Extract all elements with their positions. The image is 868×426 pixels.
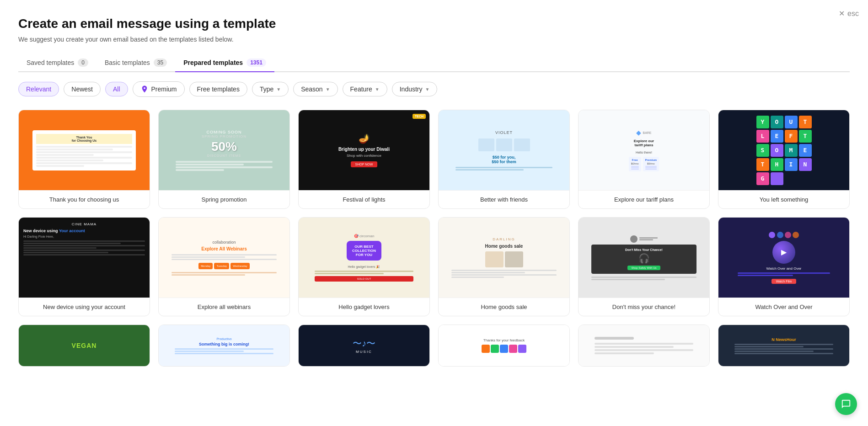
filter-relevant-label: Relevant	[26, 85, 51, 93]
tab-saved-label: Saved templates	[27, 59, 74, 66]
template-festival-label: Festival of lights	[299, 190, 429, 208]
template-tariff[interactable]: ◆ BARE Explore ourtariff plans Hello the…	[578, 110, 710, 209]
thumb-thank-you: Thank Youfor Choosing Us	[19, 110, 150, 190]
thumb-newshour: N NewsHour	[718, 325, 849, 366]
filter-free-label: Free templates	[197, 85, 240, 93]
template-music[interactable]: 〜♪〜 MUSIC	[298, 325, 430, 367]
template-new-device[interactable]: CINE MAMA New device using Your account …	[18, 217, 150, 316]
chevron-down-icon: ▼	[425, 87, 430, 92]
thumb-festival: TECH 🪔 Brighten up your Diwali Shop with…	[299, 110, 429, 190]
chevron-down-icon: ▼	[375, 87, 380, 92]
template-tariff-label: Explore our tariff plans	[579, 190, 709, 208]
page-container: ✕ esc Create an email message using a te…	[0, 0, 868, 376]
template-thank-you-label: Thank you for choosing us	[19, 190, 150, 208]
template-webinars-label: Explore all webinars	[159, 298, 289, 316]
thumb-dontmiss: Don't Miss Your Chance! 🎧 Shop Safely Wi…	[579, 218, 709, 298]
thumb-productivo: Productivo Something big is coming!	[159, 325, 289, 366]
template-new-device-label: New device using your account	[19, 298, 150, 316]
template-festival[interactable]: TECH 🪔 Brighten up your Diwali Shop with…	[298, 110, 430, 209]
thumb-colorful: Thanks for your feedback	[439, 325, 569, 366]
chat-icon	[841, 399, 851, 409]
svg-point-0	[144, 87, 145, 89]
tab-basic[interactable]: Basic templates 35	[96, 54, 175, 72]
template-dontmiss[interactable]: Don't Miss Your Chance! 🎧 Shop Safely Wi…	[578, 217, 710, 316]
templates-grid-row2: CINE MAMA New device using Your account …	[18, 217, 850, 316]
template-newshour[interactable]: N NewsHour	[718, 325, 850, 367]
filter-feature[interactable]: Feature ▼	[343, 82, 387, 96]
thumb-gadget: 🎯 circoman OUR BESTCOLLECTIONFOR YOU Hel…	[299, 218, 429, 298]
template-better-friends-label: Better with friends	[439, 190, 569, 208]
template-homegoods-label: Home goods sale	[439, 298, 569, 316]
tab-prepared[interactable]: Prepared templates 1351	[175, 54, 274, 72]
page-title: Create an email message using a template	[18, 16, 850, 31]
template-you-left[interactable]: Y O U T L E F T S O M E T H I	[718, 110, 850, 209]
filter-industry[interactable]: Industry ▼	[392, 82, 438, 96]
thumb-music: 〜♪〜 MUSIC	[299, 325, 429, 366]
close-x: ✕	[839, 9, 845, 18]
template-minimal[interactable]	[578, 325, 710, 367]
tab-basic-badge: 35	[154, 59, 167, 67]
filter-season-label: Season	[301, 85, 322, 93]
filter-newest-label: Newest	[71, 85, 93, 93]
tab-basic-label: Basic templates	[105, 59, 150, 66]
premium-icon	[140, 85, 149, 93]
filters-row: Relevant Newest All Premium Free templat…	[18, 81, 850, 97]
filter-industry-label: Industry	[400, 85, 423, 93]
filter-free[interactable]: Free templates	[189, 82, 247, 96]
thumb-youleft: Y O U T L E F T S O M E T H I	[718, 110, 849, 190]
template-homegoods[interactable]: DARLING Home goods sale Home goods sale	[438, 217, 570, 316]
template-gadget[interactable]: 🎯 circoman OUR BESTCOLLECTIONFOR YOU Hel…	[298, 217, 430, 316]
thumb-minimal	[579, 325, 709, 366]
filter-relevant[interactable]: Relevant	[18, 82, 59, 96]
tabs-bar: Saved templates 0 Basic templates 35 Pre…	[18, 54, 850, 72]
filter-season[interactable]: Season ▼	[293, 82, 338, 96]
tab-prepared-label: Prepared templates	[183, 59, 243, 66]
templates-grid-row3: VEGAN Productivo Something big is coming…	[18, 325, 850, 367]
close-esc-label: esc	[847, 10, 859, 18]
filter-type-label: Type	[260, 85, 273, 93]
thumb-watch: ▶ Watch Over and Over Watch Film	[718, 218, 849, 298]
template-thanks-feedback[interactable]: Thanks for your feedback	[438, 325, 570, 367]
template-dontmiss-label: Don't miss your chance!	[579, 298, 709, 316]
thumb-tariff: ◆ BARE Explore ourtariff plans Hello the…	[579, 110, 709, 190]
template-gadget-label: Hello gadget lovers	[299, 298, 429, 316]
tab-saved-badge: 0	[78, 59, 88, 67]
template-vegan[interactable]: VEGAN	[18, 325, 150, 367]
filter-newest[interactable]: Newest	[64, 82, 101, 96]
templates-grid-row1: Thank Youfor Choosing Us	[18, 110, 850, 209]
thumb-spring: COMING SOON SPRING PROMOTION 50% DISCOUN…	[159, 110, 289, 190]
page-subtitle: We suggest you create your own email bas…	[18, 36, 850, 43]
filter-all[interactable]: All	[105, 82, 128, 96]
template-spring-label: Spring promotion	[159, 190, 289, 208]
close-button[interactable]: ✕ esc	[839, 9, 859, 18]
thumb-homegoods: DARLING Home goods sale	[439, 218, 569, 298]
template-spring-promo[interactable]: COMING SOON SPRING PROMOTION 50% DISCOUN…	[158, 110, 290, 209]
thumb-newdevice: CINE MAMA New device using Your account …	[19, 218, 150, 298]
template-thank-you[interactable]: Thank Youfor Choosing Us	[18, 110, 150, 209]
chevron-down-icon: ▼	[326, 87, 330, 92]
template-better-friends[interactable]: VIOLET $50 for you,$50 for them Better w…	[438, 110, 570, 209]
template-webinars[interactable]: collaboration Explore All Webinars Monda…	[158, 217, 290, 316]
filter-premium[interactable]: Premium	[133, 81, 185, 97]
filter-premium-label: Premium	[151, 85, 177, 93]
filter-type[interactable]: Type ▼	[252, 82, 289, 96]
tab-prepared-badge: 1351	[246, 59, 266, 67]
filter-all-label: All	[113, 85, 120, 93]
thumb-better: VIOLET $50 for you,$50 for them	[439, 110, 569, 190]
thumb-vegan: VEGAN	[19, 325, 150, 366]
template-watch[interactable]: ▶ Watch Over and Over Watch Film Watch O…	[718, 217, 850, 316]
chat-button[interactable]	[835, 393, 857, 415]
template-you-left-label: You left something	[718, 190, 849, 208]
chevron-down-icon: ▼	[276, 87, 281, 92]
filter-feature-label: Feature	[350, 85, 372, 93]
template-productivo[interactable]: Productivo Something big is coming!	[158, 325, 290, 367]
template-watch-label: Watch Over and Over	[718, 298, 849, 316]
thumb-webinar: collaboration Explore All Webinars Monda…	[159, 218, 289, 298]
tab-saved[interactable]: Saved templates 0	[18, 54, 96, 72]
